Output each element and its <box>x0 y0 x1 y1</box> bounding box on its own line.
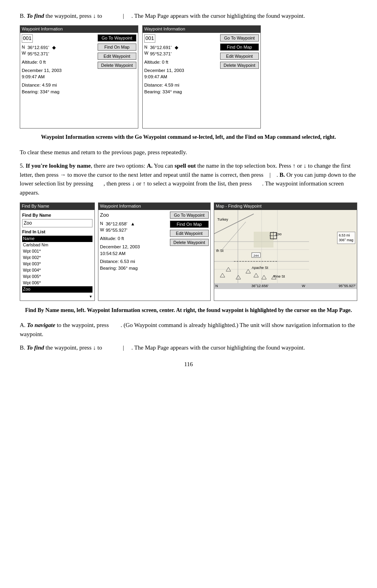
center-altitude: Altitude: 0 ft <box>100 235 168 242</box>
center-goto-button[interactable]: Go To Waypoint <box>170 212 209 219</box>
left-bearing: Bearing: 334° mag <box>22 89 95 95</box>
fbn-list-item-wpt001[interactable]: Wpt 001* <box>22 248 92 255</box>
right-edit-button[interactable]: Edit Waypoint <box>220 53 259 60</box>
left-date: December 11, 2003 <box>22 67 95 74</box>
right-delete-button[interactable]: Delete Waypoint <box>220 62 259 69</box>
right-w-label: W <box>144 50 148 57</box>
fbn-list-item-carlsbad[interactable]: Carlsbad Nm <box>22 242 92 248</box>
map-svg: 244 <box>214 210 357 289</box>
map-thst-label: th St <box>216 248 224 253</box>
fbn-header-label: Find By Name <box>22 212 92 219</box>
right-panel-info: 001 N W 36°12.691' 95°52.371' ◆ Altitude… <box>144 34 218 95</box>
center-date: December 12, 2003 <box>100 244 168 250</box>
fbn-panel-body: Find By Name Zoo Find In List Name Carls… <box>20 210 94 301</box>
fbn-list-section-label: Find In List <box>22 229 92 235</box>
fbn-list-header: Name <box>22 236 92 242</box>
map-coords-bottom: N 36°12.656' W 95°55.927' <box>214 283 357 289</box>
fbn-list-item-wpt002[interactable]: Wpt 002* <box>22 255 92 261</box>
right-wp-coords: N W 36°12.691' 95°52.371' ◆ <box>144 44 218 57</box>
center-coord1: 36°12.658' <box>106 221 127 227</box>
map-turkey-label: Turkey <box>217 217 228 222</box>
clear-text: To clear these menus and return to the p… <box>20 148 357 157</box>
right-panel-empty-space <box>143 96 260 128</box>
left-panel-buttons: Go To Waypoint Find On Map Edit Waypoint… <box>98 34 136 95</box>
left-waypoint-panel: Waypoint Information 001 N W 36°12.691' … <box>20 25 138 129</box>
right-panel-buttons: Go To Waypoint Find On Map Edit Waypoint… <box>220 34 259 95</box>
right-coord-values: 36°12.691' 95°52.371' <box>150 44 172 57</box>
right-coords-labels: N W <box>144 44 148 57</box>
map-distance-val: 6.53 mi <box>339 233 353 238</box>
fbn-search-box[interactable]: Zoo <box>22 219 92 227</box>
center-wp-panel: Waypoint Information Zoo N W 36°12.658' … <box>98 202 211 301</box>
center-panel-body: Zoo N W 36°12.658' 95°55.927' ▲ Altitude… <box>98 210 210 273</box>
center-panel-title: Waypoint Information <box>98 203 210 210</box>
left-w-label: W <box>22 50 26 57</box>
left-panel-title: Waypoint Information <box>20 26 138 33</box>
right-date: December 11, 2003 <box>144 67 218 74</box>
map-coord-w-label: W <box>302 284 305 289</box>
fbn-list-item-wpt006[interactable]: Wpt 006* <box>22 280 92 286</box>
right-waypoint-panel: Waypoint Information 001 N W 36°12.691' … <box>142 25 261 129</box>
left-coord-values: 36°12.691' 95°52.371' <box>27 44 49 57</box>
bottom-caption: Find By Name menu, left. Waypoint Inform… <box>20 306 357 314</box>
left-coords-labels: N W <box>22 44 26 57</box>
center-diamond-icon: ▲ <box>130 221 135 227</box>
three-panels-row: Find By Name Find By Name Zoo Find In Li… <box>20 202 357 301</box>
page-number: 116 <box>20 360 357 369</box>
fbn-scroll-down-icon: ▼ <box>22 294 92 299</box>
fbn-panel-title: Find By Name <box>20 203 94 210</box>
center-coords-labels: N W <box>100 221 104 233</box>
left-time: 9:09:47 AM <box>22 74 95 80</box>
left-delete-button[interactable]: Delete Waypoint <box>98 62 136 69</box>
left-panel-info: 001 N W 36°12.691' 95°52.371' ◆ Altitude… <box>22 34 95 95</box>
map-zoo-label: Zoo <box>275 232 282 237</box>
right-n-label: N <box>144 44 148 51</box>
left-diamond-icon: ◆ <box>52 44 56 51</box>
intro-paragraph: B. To find the waypoint, press ↓ to | . … <box>20 12 357 21</box>
section5-text: 5. If you're looking by name, there are … <box>20 161 357 197</box>
left-distance: Distance: 4.59 mi <box>22 82 95 89</box>
center-bearing: Bearing: 306° mag <box>100 265 168 272</box>
left-goto-button[interactable]: Go To Waypoint <box>98 34 136 42</box>
left-edit-button[interactable]: Edit Waypoint <box>98 53 136 60</box>
center-coord2: 95°55.927' <box>106 227 127 234</box>
nav-text-b: B. To find the waypoint, press ↓ to | . … <box>20 343 357 352</box>
center-distance: Distance: 6.53 mi <box>100 258 168 265</box>
map-coord-left: 36°12.656' <box>251 284 268 289</box>
panels-caption: Waypoint Information screens with the Go… <box>20 133 357 141</box>
svg-text:244: 244 <box>253 254 259 257</box>
right-wp-id: 001 <box>144 34 155 43</box>
right-coord2: 95°52.371' <box>150 51 172 57</box>
center-w-label: W <box>100 227 104 233</box>
right-distance: Distance: 4.59 mi <box>144 82 218 89</box>
map-info-box: 6.53 mi 306° mag <box>337 232 355 244</box>
center-wp-coords: N W 36°12.658' 95°55.927' ▲ <box>100 221 168 234</box>
left-coord2: 95°52.371' <box>27 51 49 57</box>
left-wp-id: 001 <box>22 34 33 43</box>
fbn-list-item-wpt003[interactable]: Wpt 003* <box>22 261 92 267</box>
map-body: 244 Turkey Zoo th St Apache St Pine St 6… <box>214 210 357 289</box>
fbn-list-item-wpt004[interactable]: Wpt 004* <box>22 267 92 274</box>
waypoint-panels-row: Waypoint Information 001 N W 36°12.691' … <box>20 25 357 129</box>
center-findonmap-button[interactable]: Find On Map <box>170 221 209 228</box>
center-coord-values: 36°12.658' 95°55.927' <box>106 221 127 234</box>
center-edit-button[interactable]: Edit Waypoint <box>170 230 209 237</box>
fbn-list-item-wpt005[interactable]: Wpt 005* <box>22 274 92 280</box>
right-findonmap-button[interactable]: Find On Map <box>220 43 259 51</box>
map-coord-right: 95°55.927' <box>339 284 356 289</box>
left-panel-body: 001 N W 36°12.691' 95°52.371' ◆ Altitude… <box>20 33 138 97</box>
center-panel-buttons: Go To Waypoint Find On Map Edit Waypoint… <box>170 212 209 272</box>
right-coord1: 36°12.691' <box>150 44 172 51</box>
right-diamond-icon: ◆ <box>175 44 178 51</box>
left-wp-coords: N W 36°12.691' 95°52.371' ◆ <box>22 44 95 57</box>
right-goto-button[interactable]: Go To Waypoint <box>220 34 259 42</box>
find-by-name-panel: Find By Name Find By Name Zoo Find In Li… <box>20 202 95 301</box>
right-time: 9:09:47 AM <box>144 74 218 80</box>
map-apache-label: Apache St <box>252 265 268 270</box>
left-findonmap-button[interactable]: Find On Map <box>98 43 136 51</box>
right-panel-title: Waypoint Information <box>143 26 260 33</box>
fbn-list-item-zoo[interactable]: Zoo <box>22 286 92 293</box>
center-panel-info: Zoo N W 36°12.658' 95°55.927' ▲ Altitude… <box>100 212 168 272</box>
center-delete-button[interactable]: Delete Waypoint <box>170 239 209 246</box>
left-altitude: Altitude: 0 ft <box>22 59 95 66</box>
